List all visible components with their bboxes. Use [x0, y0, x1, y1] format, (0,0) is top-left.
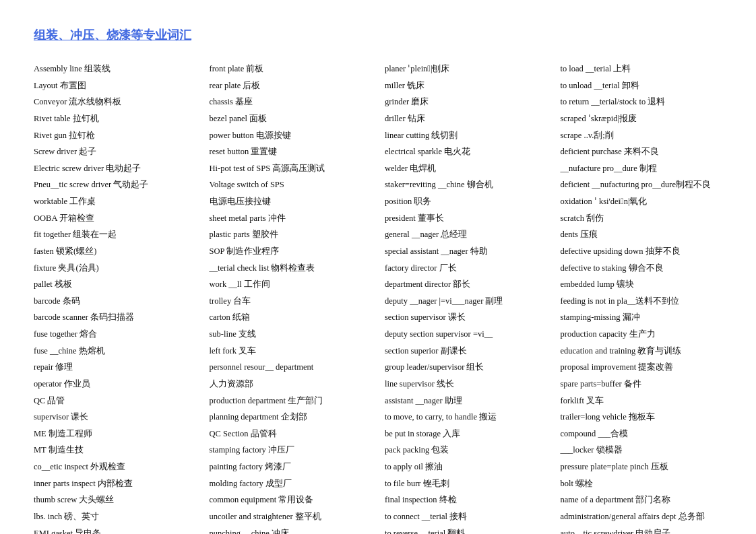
list-item: fasten 锁紧(螺丝)	[34, 244, 196, 259]
list-item: president 董事长	[385, 211, 547, 226]
list-item: section superior 副课长	[385, 344, 547, 358]
list-item: auto__tic screwdriver 电动启子	[561, 527, 723, 535]
list-item: bezel panel 面板	[210, 112, 372, 126]
list-item: Layout 布置图	[34, 79, 196, 93]
list-item: compound ___合模	[561, 427, 723, 441]
list-item: molding factory 成型厂	[210, 477, 372, 491]
list-item: section supervisor 课长	[385, 310, 547, 325]
list-item: general __nager 总经理	[385, 228, 547, 242]
list-item: uncoiler and straightener 整平机	[210, 510, 372, 524]
list-item: power button 电源按键	[210, 129, 372, 143]
list-item: miller 铣床	[385, 79, 547, 93]
list-item: group leader/supervisor 组长	[385, 360, 547, 374]
list-item: name of a department 部门名称	[561, 493, 723, 507]
list-item: embedded lump 镶块	[561, 277, 723, 292]
list-item: inner parts inspect 内部检查	[34, 477, 196, 491]
list-item: fuse __chine 热熔机	[34, 344, 196, 358]
list-item: production department 生产部门	[210, 394, 372, 408]
list-item: barcode 条码	[34, 294, 196, 308]
list-item: stamping factory 冲压厂	[210, 443, 372, 457]
list-item: punching __chine 冲床	[210, 527, 372, 535]
list-item: Rivet table 拉钉机	[34, 112, 196, 126]
page-title: 组装、冲压、烧漆等专业词汇	[34, 27, 722, 43]
list-item: reset button 重置键	[210, 145, 372, 159]
list-item: to return __terial/stock to 退料	[561, 95, 723, 109]
list-item: thumb screw 大头螺丝	[34, 493, 196, 507]
list-item: deficient purchase 来料不良	[561, 145, 723, 159]
list-item: fixture 夹具(治具)	[34, 261, 196, 275]
list-item: pallet 栈板	[34, 277, 196, 292]
list-item: to load __terial 上料	[561, 62, 723, 76]
list-item: SOP 制造作业程序	[210, 244, 372, 259]
list-item: QC Section 品管科	[210, 427, 372, 441]
list-item: Assembly line 组装线	[34, 62, 196, 76]
list-item: fit together 组装在一起	[34, 228, 196, 242]
list-item: to apply oil 擦油	[385, 460, 547, 474]
list-item: electrical sparkle 电火花	[385, 145, 547, 159]
list-item: stamping-missing 漏冲	[561, 310, 723, 325]
list-item: deputy __nager |=vi___nager 副理	[385, 294, 547, 308]
list-item: to connect __terial 接料	[385, 510, 547, 524]
column-3: planer ˈplein|刨床miller 铣床grinder 磨床dril…	[385, 62, 547, 534]
list-item: fuse together 熔合	[34, 327, 196, 341]
list-item: Screw driver 起子	[34, 145, 196, 159]
list-item: rear plate 后板	[210, 79, 372, 93]
list-item: 人力资源部	[210, 377, 372, 391]
list-item: staker=reviting __chine 铆合机	[385, 178, 547, 192]
list-item: deficient __nufacturing pro__dure制程不良	[561, 178, 723, 192]
list-item: proposal improvement 提案改善	[561, 360, 723, 374]
list-item: front plate 前板	[210, 62, 372, 76]
list-item: defective to staking 铆合不良	[561, 261, 723, 275]
list-item: repair 修理	[34, 360, 196, 374]
list-item: department director 部长	[385, 277, 547, 292]
list-item: 电源电压接拉键	[210, 195, 372, 209]
list-item: worktable 工作桌	[34, 195, 196, 209]
list-item: plastic parts 塑胶件	[210, 228, 372, 242]
list-item: defective upsiding down 抽芽不良	[561, 244, 723, 259]
list-item: driller 钻床	[385, 112, 547, 126]
list-item: EMI gasket 导电条	[34, 527, 196, 535]
list-item: Conveyor 流水线物料板	[34, 95, 196, 109]
list-item: grinder 磨床	[385, 95, 547, 109]
list-item: painting factory 烤漆厂	[210, 460, 372, 474]
list-item: QC 品管	[34, 394, 196, 408]
list-item: line supervisor 线长	[385, 377, 547, 391]
list-item: oxidation ˈ ksi'dein|氧化	[561, 195, 723, 209]
list-item: Hi-pot test of SPS 高源高压测试	[210, 162, 372, 176]
list-item: trailer=long vehicle 拖板车	[561, 410, 723, 424]
list-item: be put in storage 入库	[385, 427, 547, 441]
list-item: scraped ˈskræpid|报废	[561, 112, 723, 126]
list-item: planer ˈplein|刨床	[385, 62, 547, 76]
list-item: welder 电焊机	[385, 162, 547, 176]
column-4: to load __terial 上料to unload __terial 卸料…	[561, 62, 723, 534]
list-item: Voltage switch of SPS	[210, 178, 372, 192]
list-item: sub-line 支线	[210, 327, 372, 341]
list-item: final inspection 终检	[385, 493, 547, 507]
list-item: scratch 刮伤	[561, 211, 723, 226]
list-item: Pneu__tic screw driver 气动起子	[34, 178, 196, 192]
list-item: work __ll 工作间	[210, 277, 372, 292]
vocabulary-grid: Assembly line 组装线Layout 布置图Conveyor 流水线物…	[34, 62, 722, 534]
list-item: position 职务	[385, 195, 547, 209]
list-item: co__etic inspect 外观检查	[34, 460, 196, 474]
list-item: administration/general affairs dept 总务部	[561, 510, 723, 524]
list-item: bolt 螺栓	[561, 477, 723, 491]
list-item: to unload __terial 卸料	[561, 79, 723, 93]
list-item: operator 作业员	[34, 377, 196, 391]
list-item: common equipment 常用设备	[210, 493, 372, 507]
list-item: assistant __nager 助理	[385, 394, 547, 408]
list-item: OOBA 开箱检查	[34, 211, 196, 226]
list-item: chassis 基座	[210, 95, 372, 109]
list-item: lbs. inch 磅、英寸	[34, 510, 196, 524]
list-item: dents 压痕	[561, 228, 723, 242]
list-item: scrape ..v.刮;削	[561, 129, 723, 143]
list-item: education and training 教育与训练	[561, 344, 723, 358]
list-item: linear cutting 线切割	[385, 129, 547, 143]
list-item: __terial check list 物料检查表	[210, 261, 372, 275]
list-item: feeding is not in pla__送料不到位	[561, 294, 723, 308]
list-item: carton 纸箱	[210, 310, 372, 325]
list-item: pack packing 包装	[385, 443, 547, 457]
list-item: spare parts=buffer 备件	[561, 377, 723, 391]
list-item: to move, to carry, to handle 搬运	[385, 410, 547, 424]
list-item: barcode scanner 条码扫描器	[34, 310, 196, 325]
